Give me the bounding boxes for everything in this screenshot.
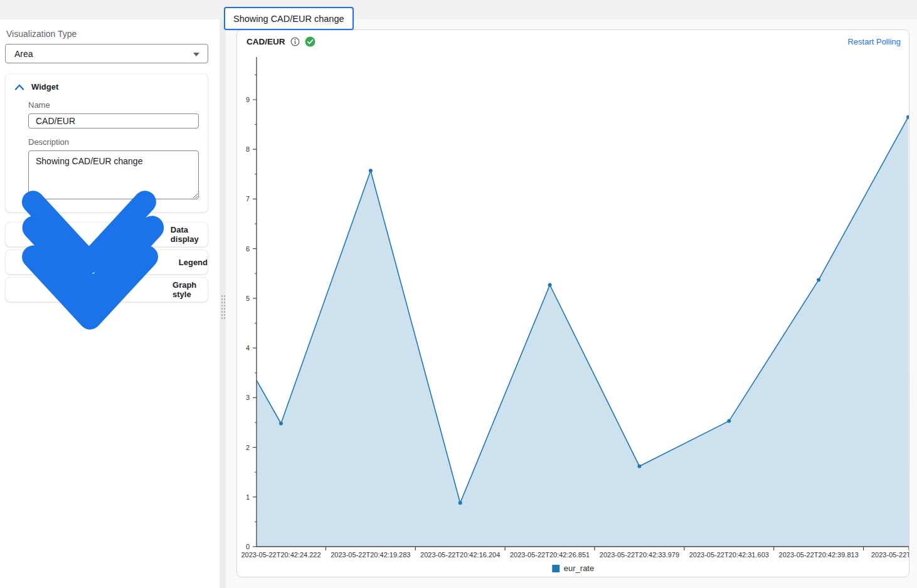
svg-text:2023-05-22T20:42:39.813: 2023-05-22T20:42:39.813 (779, 551, 859, 559)
description-label: Description (28, 137, 208, 147)
description-tooltip-text: Showing CAD/EUR change (233, 14, 344, 24)
section-label: Graph style (172, 280, 208, 299)
svg-text:2023-05-22T20:42:16.204: 2023-05-22T20:42:16.204 (420, 551, 500, 559)
svg-text:2023-05-22T20:42:26.851: 2023-05-22T20:42:26.851 (510, 551, 590, 559)
chevron-up-icon (14, 83, 24, 91)
svg-text:0: 0 (246, 543, 250, 550)
panel-resize-handle[interactable] (220, 19, 226, 588)
legend-swatch-icon (552, 565, 559, 572)
chart-legend-item[interactable]: eur_rate (552, 564, 594, 573)
svg-text:2: 2 (246, 444, 250, 451)
top-bar (0, 0, 917, 19)
name-label: Name (28, 100, 208, 110)
restart-polling-link[interactable]: Restart Polling (847, 37, 901, 46)
chevron-down-icon (193, 53, 199, 56)
visualization-type-label: Visualization Type (6, 29, 220, 39)
widget-section-title: Widget (31, 82, 58, 92)
svg-text:2023-05-22T20:42:33.979: 2023-05-22T20:42:33.979 (600, 551, 679, 559)
settings-panel: Visualization Type Area Widget Name Desc… (0, 19, 220, 588)
area-chart[interactable]: 01234567892023-05-22T20:42:24.2222023-05… (237, 30, 909, 562)
svg-text:1: 1 (246, 493, 250, 501)
svg-text:7: 7 (246, 195, 250, 202)
svg-text:4: 4 (246, 344, 250, 352)
widget-section-header[interactable]: Widget (6, 74, 208, 92)
status-ok-icon (305, 36, 315, 47)
widget-name-input[interactable] (28, 113, 199, 129)
svg-text:2023-05-22T20:42:31.603: 2023-05-22T20:42:31.603 (689, 551, 769, 559)
dashboard-area: CAD/EUR Restart Polling 01234567892 (226, 19, 917, 588)
svg-text:3: 3 (246, 394, 250, 401)
svg-text:2023-05-22T20:42:24.222: 2023-05-22T20:42:24.222 (241, 551, 321, 559)
chevron-down-icon (14, 233, 166, 347)
svg-text:8: 8 (246, 145, 250, 153)
svg-text:9: 9 (246, 96, 250, 103)
drag-dots-icon (221, 295, 225, 320)
visualization-type-value: Area (14, 49, 33, 59)
legend-label: eur_rate (564, 564, 594, 573)
section-graph-style[interactable]: Graph style (5, 277, 208, 302)
svg-text:5: 5 (246, 295, 250, 302)
svg-text:6: 6 (246, 245, 250, 253)
section-label: Legend (179, 258, 208, 267)
info-icon[interactable] (290, 37, 300, 46)
visualization-type-select[interactable]: Area (5, 44, 208, 63)
description-tooltip: Showing CAD/EUR change (224, 7, 354, 30)
section-label: Data display (171, 225, 208, 244)
chart-widget-card: CAD/EUR Restart Polling 01234567892 (236, 29, 909, 577)
svg-text:2023-05-22T20:42:19.283: 2023-05-22T20:42:19.283 (331, 551, 410, 559)
svg-text:2023-05-22T20: 2023-05-22T20 (871, 551, 909, 559)
chart-title: CAD/EUR (246, 37, 285, 46)
